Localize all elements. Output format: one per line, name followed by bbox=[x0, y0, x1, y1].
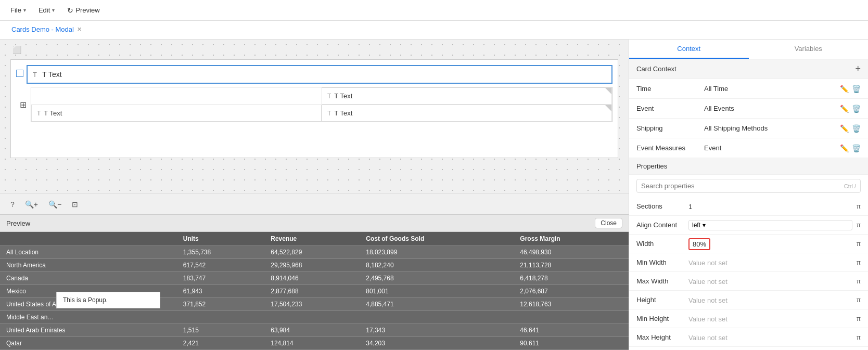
tabbar: Cards Demo - Modal ✕ bbox=[0, 21, 868, 40]
preview-label: Preview bbox=[75, 6, 99, 14]
context-edit-0[interactable]: ✏️ bbox=[840, 85, 849, 93]
table-cell-6-4: 46,641 bbox=[514, 324, 629, 337]
property-value-0[interactable]: 1 bbox=[688, 203, 692, 211]
pi-icon-3: π bbox=[857, 259, 861, 266]
context-value-0: All Time bbox=[704, 85, 836, 93]
text-block-label: T Text bbox=[42, 70, 62, 79]
add-context-button[interactable]: + bbox=[855, 63, 861, 74]
context-delete-1[interactable]: 🗑️ bbox=[852, 105, 861, 113]
close-preview-button[interactable]: Close bbox=[595, 218, 622, 228]
grid-cell-3-label: T Text bbox=[334, 109, 352, 117]
table-cell-2-4: 6,418,278 bbox=[514, 272, 629, 285]
table-cell-7-1: 2,421 bbox=[177, 337, 264, 350]
property-row-2: Width 80% π bbox=[629, 235, 868, 253]
table-cell-3-3: 801,001 bbox=[360, 285, 514, 298]
property-value-container-3: Value not set bbox=[688, 258, 852, 267]
context-actions-2: ✏️ 🗑️ bbox=[840, 124, 861, 133]
context-value-3: Event bbox=[704, 144, 836, 152]
table-cell-2-1: 183,747 bbox=[177, 272, 264, 285]
grid-cell-top-right[interactable]: T T Text bbox=[322, 87, 612, 105]
edit-menu-button[interactable]: Edit ▾ bbox=[34, 4, 59, 16]
preview-content: Units Revenue Cost of Goods Sold Gross M… bbox=[0, 232, 629, 350]
grid-cell-bottom-right[interactable]: T T Text bbox=[322, 105, 612, 122]
grid-cell-2-label: T Text bbox=[44, 109, 62, 117]
card-context-header: Card Context + bbox=[629, 59, 868, 79]
table-cell-4-4: 12,618,763 bbox=[514, 298, 629, 311]
text-block[interactable]: T T Text bbox=[27, 65, 612, 84]
selection-handle bbox=[16, 70, 23, 77]
zoom-in-button[interactable]: 🔍+ bbox=[23, 198, 40, 211]
property-value-3[interactable]: Value not set bbox=[688, 259, 727, 267]
tab-label: Cards Demo - Modal bbox=[11, 25, 74, 33]
table-cell-0-3: 18,023,899 bbox=[360, 246, 514, 259]
context-actions-3: ✏️ 🗑️ bbox=[840, 144, 861, 152]
fit-button[interactable]: ⊡ bbox=[70, 198, 80, 211]
table-cell-0-1: 1,355,738 bbox=[177, 246, 264, 259]
table-cell-7-4: 90,611 bbox=[514, 337, 629, 350]
popup-overlay: This is a Popup. bbox=[56, 292, 160, 308]
tab-context[interactable]: Context bbox=[629, 40, 749, 59]
file-menu-button[interactable]: File ▾ bbox=[6, 4, 30, 16]
property-value-2[interactable]: 80% bbox=[688, 238, 710, 250]
property-row-6: Min Height Value not set π bbox=[629, 309, 868, 328]
property-value-5[interactable]: Value not set bbox=[688, 296, 727, 304]
property-label-1: Align Content bbox=[636, 221, 688, 229]
property-value-container-6: Value not set bbox=[688, 314, 852, 323]
search-properties-input[interactable] bbox=[641, 182, 844, 190]
property-dropdown-1[interactable]: left ▾ bbox=[688, 220, 852, 230]
context-delete-2[interactable]: 🗑️ bbox=[852, 124, 861, 133]
search-box[interactable]: Ctrl / bbox=[636, 179, 861, 193]
property-value-4[interactable]: Value not set bbox=[688, 278, 727, 286]
grid-cell-bottom-left[interactable]: T T Text bbox=[31, 105, 322, 122]
data-table-wrapper[interactable]: Units Revenue Cost of Goods Sold Gross M… bbox=[0, 232, 629, 350]
table-row: Middle East an… bbox=[0, 311, 629, 324]
table-cell-1-3: 8,182,240 bbox=[360, 259, 514, 272]
context-edit-2[interactable]: ✏️ bbox=[840, 124, 849, 133]
right-tabs: Context Variables bbox=[629, 40, 868, 59]
context-delete-0[interactable]: 🗑️ bbox=[852, 85, 861, 93]
help-button[interactable]: ? bbox=[8, 198, 17, 211]
card-context-title: Card Context bbox=[636, 65, 676, 73]
context-value-2: All Shipping Methods bbox=[704, 124, 836, 132]
table-cell-0-2: 64,522,829 bbox=[264, 246, 360, 259]
col-header-cogs: Cost of Goods Sold bbox=[360, 232, 514, 246]
context-label-3: Event Measures bbox=[636, 144, 704, 152]
tab-cards-demo-modal[interactable]: Cards Demo - Modal ✕ bbox=[6, 21, 87, 40]
table-cell-1-2: 29,295,968 bbox=[264, 259, 360, 272]
property-label-7: Max Height bbox=[636, 333, 688, 341]
data-table: Units Revenue Cost of Goods Sold Gross M… bbox=[0, 232, 629, 350]
context-edit-1[interactable]: ✏️ bbox=[840, 105, 849, 113]
property-label-6: Min Height bbox=[636, 315, 688, 322]
grid-cell-1-label: T Text bbox=[334, 92, 352, 100]
tab-close-icon[interactable]: ✕ bbox=[77, 26, 82, 33]
context-row-2: Shipping All Shipping Methods ✏️ 🗑️ bbox=[629, 119, 868, 138]
property-value-6[interactable]: Value not set bbox=[688, 315, 727, 323]
context-edit-3[interactable]: ✏️ bbox=[840, 144, 849, 152]
preview-button[interactable]: ↻ Preview bbox=[63, 4, 104, 17]
property-row-7: Max Height Value not set π bbox=[629, 328, 868, 347]
main-area: ⬜ T T Text bbox=[0, 40, 868, 350]
col-header-gm: Gross Margin bbox=[514, 232, 629, 246]
table-cell-5-1 bbox=[177, 311, 264, 324]
help-icon: ? bbox=[10, 200, 15, 209]
search-hint: Ctrl / bbox=[844, 183, 856, 189]
pi-icon-6: π bbox=[857, 315, 861, 322]
context-actions-0: ✏️ 🗑️ bbox=[840, 85, 861, 93]
table-cell-4-3: 4,885,471 bbox=[360, 298, 514, 311]
property-row-1: Align Content left ▾ π bbox=[629, 216, 868, 235]
property-value-container-4: Value not set bbox=[688, 277, 852, 286]
canvas-content[interactable]: ⬜ T T Text bbox=[0, 40, 629, 193]
property-value-1: left bbox=[692, 222, 700, 229]
tab-variables[interactable]: Variables bbox=[749, 40, 869, 59]
pi-icon-7: π bbox=[857, 334, 861, 341]
table-cell-4-1: 371,852 bbox=[177, 298, 264, 311]
preview-panel: Preview Close Units Revenue Cost of Good… bbox=[0, 214, 629, 350]
refresh-icon: ↻ bbox=[67, 6, 73, 15]
col-header-location bbox=[0, 232, 177, 246]
t-icon-1: T bbox=[327, 93, 331, 100]
zoom-out-button[interactable]: 🔍− bbox=[46, 198, 63, 211]
property-value-7[interactable]: Value not set bbox=[688, 334, 727, 342]
table-cell-2-0: Canada bbox=[0, 272, 177, 285]
context-delete-3[interactable]: 🗑️ bbox=[852, 144, 861, 152]
table-cell-4-2: 17,504,233 bbox=[264, 298, 360, 311]
